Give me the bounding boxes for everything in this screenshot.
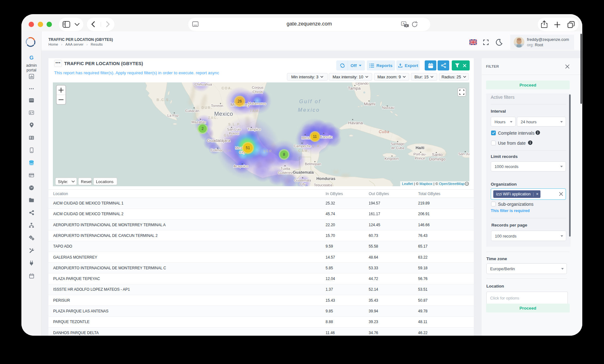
svg-text:Domingo: Domingo bbox=[429, 157, 445, 161]
svg-text:Miami: Miami bbox=[364, 102, 375, 106]
svg-text:de Cuba: de Cuba bbox=[391, 146, 404, 150]
svg-text:26: 26 bbox=[238, 99, 242, 104]
svg-text:Torreón: Torreón bbox=[211, 104, 223, 108]
svg-text:Guatemala: Guatemala bbox=[294, 178, 311, 182]
svg-text:Mexico: Mexico bbox=[298, 107, 320, 113]
svg-text:Locations: Locations bbox=[96, 179, 114, 184]
svg-text:Gutiérrez: Gutiérrez bbox=[278, 171, 293, 175]
svg-text:MICH.: MICH. bbox=[220, 149, 233, 153]
svg-text:Chihuahua: Chihuahua bbox=[194, 82, 212, 86]
svg-text:x: x bbox=[406, 24, 407, 27]
svg-text:Orlando: Orlando bbox=[356, 82, 369, 85]
svg-text:City: City bbox=[300, 182, 306, 186]
svg-text:Acapulco: Acapulco bbox=[233, 164, 248, 168]
svg-text:Santo: Santo bbox=[432, 152, 443, 157]
svg-text:VER.: VER. bbox=[263, 149, 274, 153]
svg-text:11: 11 bbox=[313, 134, 317, 139]
svg-text:CAM.: CAM. bbox=[298, 149, 310, 153]
svg-text:Cancún: Cancún bbox=[320, 135, 333, 139]
svg-text:Honduras: Honduras bbox=[316, 176, 336, 181]
svg-text:Cuba: Cuba bbox=[379, 130, 389, 134]
svg-text:Port-au-: Port-au- bbox=[413, 152, 427, 156]
svg-text:Belmopan: Belmopan bbox=[305, 162, 321, 166]
svg-text:Culiacán: Culiacán bbox=[185, 109, 199, 113]
svg-text:S.L.P.: S.L.P. bbox=[228, 122, 241, 126]
svg-text:Tampico: Tampico bbox=[248, 127, 261, 131]
svg-text:8: 8 bbox=[283, 152, 285, 157]
svg-text:Tampa: Tampa bbox=[348, 86, 361, 91]
svg-text:Guatemala: Guatemala bbox=[293, 170, 314, 175]
svg-text:?: ? bbox=[466, 182, 468, 186]
svg-text:Haiti: Haiti bbox=[416, 145, 424, 150]
svg-text:Gulf of: Gulf of bbox=[299, 98, 321, 104]
svg-text:Matamoros: Matamoros bbox=[248, 102, 266, 105]
svg-text:Reset: Reset bbox=[81, 179, 92, 184]
svg-text:Guadalajara: Guadalajara bbox=[207, 138, 230, 143]
svg-text:San Luis: San Luis bbox=[227, 127, 241, 131]
svg-text:Colima: Colima bbox=[210, 148, 222, 152]
svg-text:B.C.S.: B.C.S. bbox=[157, 98, 171, 102]
svg-text:Prince: Prince bbox=[415, 156, 425, 160]
svg-text:Tuxtla: Tuxtla bbox=[281, 167, 290, 171]
svg-text:Corpus: Corpus bbox=[252, 86, 263, 89]
svg-text:Mazatlán: Mazatlán bbox=[192, 120, 206, 124]
svg-text:Q.R.: Q.R. bbox=[312, 144, 322, 148]
svg-text:TAM.: TAM. bbox=[250, 109, 260, 113]
svg-text:51: 51 bbox=[246, 146, 250, 150]
svg-text:Kingston: Kingston bbox=[385, 157, 399, 160]
svg-text:Style:: Style: bbox=[58, 179, 68, 184]
svg-text:COA.: COA. bbox=[221, 86, 233, 90]
svg-text:Potosí: Potosí bbox=[229, 132, 239, 135]
svg-text:Santiago: Santiago bbox=[391, 142, 404, 146]
svg-text:2: 2 bbox=[202, 126, 204, 131]
svg-text:La Paz: La Paz bbox=[167, 114, 179, 117]
svg-text:Nassau: Nassau bbox=[382, 106, 394, 109]
svg-text:Christi: Christi bbox=[253, 90, 263, 94]
svg-text:Havana: Havana bbox=[348, 120, 363, 125]
svg-text:Leaflet | © Mapbox | © OpenStr: Leaflet | © Mapbox | © OpenStreetMap bbox=[402, 182, 465, 186]
svg-text:San Juan: San Juan bbox=[458, 152, 469, 156]
svg-text:Mexico: Mexico bbox=[214, 111, 233, 117]
svg-text:Campeche: Campeche bbox=[294, 144, 311, 148]
svg-text:Tegucigalpa: Tegucigalpa bbox=[314, 183, 333, 186]
